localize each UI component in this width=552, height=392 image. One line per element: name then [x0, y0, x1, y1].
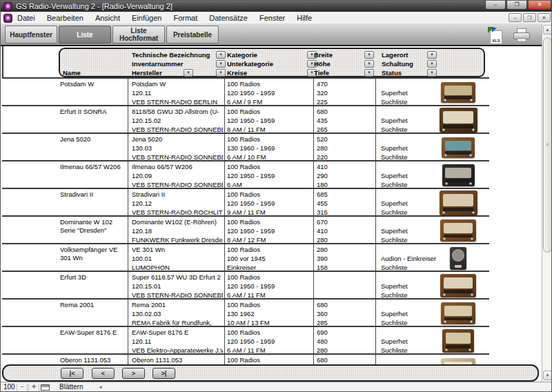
menu-bar: DateiBearbeitenAnsichtEinfügenFormatDate… — [1, 12, 552, 24]
column-divider — [313, 106, 314, 133]
tab-liste[interactable]: Liste — [59, 26, 111, 43]
menu-item-datei[interactable]: Datei — [17, 14, 35, 22]
minimize-button[interactable]: – — [485, 1, 506, 10]
record-category-line: 100 Radios — [227, 355, 313, 364]
tab-preistabelle[interactable]: Preistabelle — [166, 26, 219, 43]
record-dimensions-line: 320 — [317, 88, 347, 97]
speaker-icon — [452, 249, 464, 262]
zoom-in-button[interactable]: ✛ — [28, 384, 39, 391]
column-divider — [128, 217, 128, 243]
child-restore-button[interactable]: ❐ — [523, 13, 536, 22]
status-area-toggle-button[interactable] — [41, 384, 50, 391]
nav-first-record-button[interactable]: |< — [61, 368, 83, 379]
record-category: 100 Radios130 1960 - 19696 AM / 10 FM — [227, 135, 313, 161]
record-category: 100 Radios120 1950 - 19596 AM / 11 FM — [227, 328, 313, 355]
table-row[interactable]: Rema 2001Rema 2001130.02.03REMA Fabrik f… — [2, 300, 489, 327]
zoom-out-button[interactable]: − — [17, 384, 28, 391]
table-row[interactable]: Erfurt 3DSuper 6118.57 WU 3D Erfurt 2120… — [2, 272, 489, 300]
column-header-höhe: Höhe — [314, 60, 331, 68]
child-minimize-button[interactable]: – — [509, 13, 522, 22]
close-button[interactable]: ✕ — [528, 1, 551, 10]
window-title: GS Radio-Verwaltung 2 - [Radio-Verwaltun… — [16, 1, 172, 11]
menu-item-format[interactable]: Format — [173, 14, 197, 22]
record-technical-line: Dominante W102 (E-Röhren) — [132, 217, 223, 226]
column-divider — [313, 244, 314, 271]
record-technical-line: Super 6118.57 WU 3D Erfurt 2 — [132, 273, 223, 282]
menu-item-fenster[interactable]: Fenster — [259, 14, 285, 22]
scrollbar-thumb[interactable]: ≡ — [543, 37, 552, 253]
record-dimensions-line: 180 — [317, 180, 347, 189]
sort-dropdown-tiefe[interactable]: ▼ — [364, 69, 374, 77]
radio-photo — [430, 244, 486, 272]
column-divider — [224, 134, 225, 160]
chevron-down-icon: ▼ — [217, 52, 225, 58]
sort-dropdown-schaltung[interactable]: ▼ — [427, 60, 437, 68]
column-divider — [128, 327, 128, 353]
knob-icon — [471, 293, 473, 296]
record-name: Ilmenau 66/57 W206 — [60, 162, 127, 171]
chevron-left-icon[interactable]: ◄ — [98, 384, 103, 389]
table-row[interactable]: Volksempfänger VE 301 WnVE 301 Wn100.01L… — [2, 244, 489, 272]
column-header-hersteller: Hersteller — [132, 69, 162, 77]
radio-photo — [430, 327, 486, 355]
record-dimensions-line: 265 — [317, 125, 347, 134]
sort-dropdown-status[interactable]: ▼ — [427, 69, 437, 77]
mode-label[interactable]: Blättern — [59, 383, 83, 391]
table-row[interactable]: EAW-Super 8176 EEAW-Super 8176 E120.11VE… — [2, 327, 489, 355]
sort-dropdown-höhe[interactable]: ▼ — [364, 60, 374, 68]
record-dimensions-line — [317, 273, 347, 282]
sort-dropdown-technische-bezeichnung[interactable]: ▼ — [216, 51, 226, 59]
table-row[interactable]: Erfurt II SONRA8118/58 GWU 3D Allstrom (… — [2, 106, 489, 134]
menu-item-hilfe[interactable]: Hilfe — [297, 14, 312, 22]
record-technical-line: VEB STERN-RADIO SONNEBERG — [132, 291, 223, 300]
sort-dropdown-name[interactable]: ▼ — [184, 69, 193, 77]
menu-item-einfügen[interactable]: Einfügen — [132, 14, 161, 22]
nav-next-record-button[interactable]: > — [122, 368, 145, 379]
table-row[interactable]: Stradivari IIStradivari II120.12VEB STER… — [2, 189, 489, 217]
sort-dropdown-breite[interactable]: ▼ — [364, 51, 374, 59]
record-category-line: 130 1960 - 1969 — [227, 144, 313, 153]
record-dimensions-line: 455 — [317, 199, 347, 208]
child-close-button[interactable]: ✕ — [538, 13, 551, 22]
record-dimensions-line: 280 — [317, 144, 347, 153]
record-dimensions: 690480280 — [317, 328, 347, 355]
record-category-line: 8 AM / 11 FM — [227, 125, 313, 134]
column-divider — [375, 161, 376, 188]
knob-icon — [470, 99, 473, 101]
table-row[interactable]: Dominante W 102 Serie "Dresden"Dominante… — [2, 217, 489, 244]
tab-hauptfenster[interactable]: Hauptfenster — [5, 26, 57, 43]
nav-prev-record-button[interactable]: < — [92, 368, 115, 379]
sort-dropdown-hersteller[interactable]: ▼ — [216, 69, 226, 77]
record-technical-line: 120.12 — [132, 199, 223, 208]
menu-item-bearbeiten[interactable]: Bearbeiten — [47, 14, 83, 22]
restore-button[interactable]: ❐ — [506, 1, 527, 10]
record-category-line: 120 1950 - 1959 — [227, 282, 313, 291]
menu-item-datensätze[interactable]: Datensätze — [209, 14, 248, 22]
tab-liste-hochformat[interactable]: Liste Hochformat — [112, 26, 165, 43]
excel-export-icon[interactable]: XLS — [488, 27, 504, 45]
record-category-line: 120 1950 - 1959 — [227, 199, 313, 208]
radio-photo — [430, 300, 486, 327]
table-row[interactable]: Ilmenau 66/57 W206Ilmenau 66/57 W206120.… — [2, 161, 489, 189]
chevron-down-icon: ▼ — [365, 61, 373, 67]
table-row[interactable]: Potsdam WPotsdam W120.11VEB STERN-RADIO … — [2, 79, 489, 106]
table-row[interactable]: Jena 5020Jena 5020130.03VEB STERN-RADIO … — [2, 134, 489, 161]
record-category: 100 Radios130 196210 AM / 13 FM — [227, 300, 313, 327]
scroll-up-button[interactable]: ▲ — [543, 25, 552, 35]
app-icon — [3, 2, 12, 11]
record-dimensions-line — [317, 282, 347, 291]
record-technical-line: Jena 5020 — [132, 135, 223, 144]
menu-item-ansicht[interactable]: Ansicht — [95, 14, 120, 22]
dial-panel — [446, 333, 471, 344]
column-header-technische-bezeichnung: Technische Bezeichnung — [132, 51, 210, 59]
column-divider — [313, 134, 314, 160]
vertical-scrollbar[interactable]: ▲ ≡ ▼ — [542, 23, 552, 382]
scroll-down-button[interactable]: ▼ — [543, 371, 552, 380]
record-technical-line: 120.15.02 — [132, 116, 223, 125]
record-name: Volksempfänger VE 301 Wn — [60, 245, 127, 262]
knob-icon — [469, 349, 471, 351]
print-icon[interactable] — [513, 28, 531, 43]
nav-last-record-button[interactable]: >| — [152, 368, 175, 379]
sort-dropdown-lagerort[interactable]: ▼ — [427, 51, 437, 59]
sort-dropdown-inventarnummer[interactable]: ▼ — [216, 60, 226, 68]
